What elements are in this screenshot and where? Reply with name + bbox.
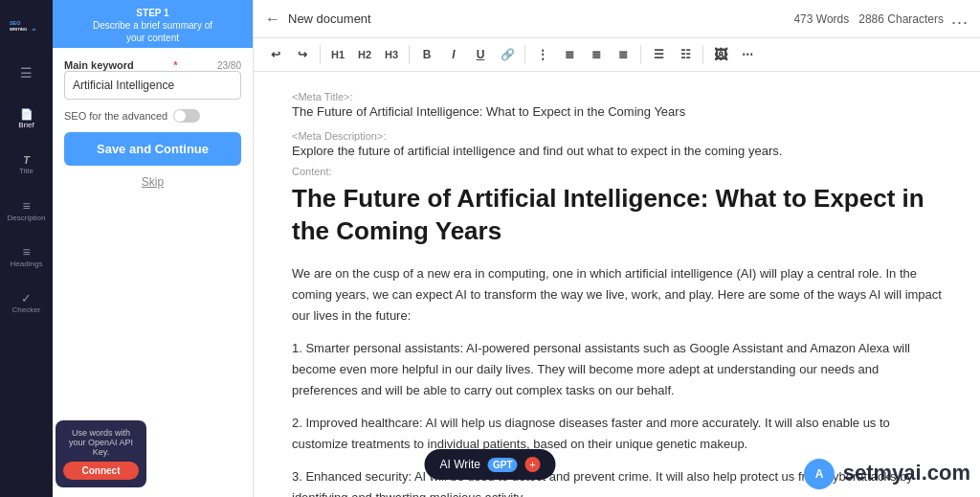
step-description-title: Describe a brief summary of — [62, 20, 243, 31]
char-counter: 23/80 — [217, 60, 241, 71]
headings-icon: ≡ — [22, 245, 30, 259]
meta-title-label: <Meta Title>: — [292, 91, 942, 102]
ai-write-badge: GPT — [488, 458, 518, 472]
align-left-button[interactable]: ⋮ — [530, 42, 555, 67]
skip-link[interactable]: Skip — [64, 175, 241, 189]
undo-button[interactable]: ↩ — [263, 42, 288, 67]
step-header: STEP 1 Describe a brief summary of your … — [53, 0, 253, 48]
align-right-button[interactable]: ≣ — [584, 42, 609, 67]
required-indicator: * — [173, 59, 177, 71]
sidebar-brief-label: Brief — [18, 122, 33, 129]
svg-text:SEO: SEO — [10, 20, 20, 26]
connect-box: Use words with your OpenAI API Key. Conn… — [56, 420, 146, 487]
more-toolbar-button[interactable]: ⋯ — [735, 42, 760, 67]
sidebar-item-description[interactable]: ≡ Description — [6, 190, 48, 232]
connect-box-text: Use words with your OpenAI API Key. — [69, 428, 133, 457]
sidebar-item-headings[interactable]: ≡ Headings — [6, 236, 48, 278]
meta-description-text: Explore the future of artificial intelli… — [292, 144, 942, 158]
seo-advanced-toggle[interactable] — [173, 109, 200, 123]
list-ul-button[interactable]: ☰ — [646, 42, 671, 67]
article-paragraph-1: We are on the cusp of a new era in compu… — [292, 263, 942, 327]
content-label: Content: — [292, 166, 942, 177]
top-bar-left: ← New document — [265, 11, 371, 28]
underline-button[interactable]: U — [468, 42, 493, 67]
top-bar: ← New document 473 Words 2886 Characters… — [254, 0, 980, 38]
seo-advanced-row: SEO for the advanced — [64, 109, 241, 123]
sidebar-checker-label: Checker — [12, 306, 41, 314]
brief-icon: 📄 — [20, 109, 33, 120]
sidebar-item-title[interactable]: T Title — [6, 144, 48, 186]
toolbar-divider-1 — [320, 45, 321, 64]
document-title: New document — [288, 11, 371, 26]
article-paragraph-3: 2. Improved healthcare: AI will help us … — [292, 413, 942, 455]
checker-icon: ✓ — [21, 292, 32, 305]
toolbar-divider-3 — [524, 45, 525, 64]
step-number: STEP 1 — [62, 8, 243, 18]
sidebar-headings-label: Headings — [11, 260, 43, 268]
word-count-display: 473 Words 2886 Characters — [793, 12, 944, 26]
align-center-button[interactable]: ≣ — [557, 42, 582, 67]
hamburger-icon: ☰ — [20, 66, 33, 79]
link-button[interactable]: 🔗 — [495, 42, 520, 67]
sidebar-menu-icon[interactable]: ☰ — [6, 52, 48, 94]
keyword-label: Main keyword — [64, 59, 134, 71]
top-bar-right: 473 Words 2886 Characters ... — [793, 9, 969, 29]
keyword-field-group: Main keyword * 23/80 — [64, 59, 241, 100]
sidebar-item-brief[interactable]: 📄 Brief — [6, 98, 48, 140]
italic-button[interactable]: I — [441, 42, 466, 67]
ai-write-plus-icon: + — [525, 457, 541, 472]
meta-title-text: The Future of Artificial Intelligence: W… — [292, 104, 942, 119]
h3-button[interactable]: H3 — [379, 42, 404, 67]
image-button[interactable]: 🖼 — [708, 42, 733, 67]
svg-text:.ai: .ai — [31, 27, 35, 32]
sidebar-description-label: Description — [7, 215, 45, 222]
h1-button[interactable]: H1 — [325, 42, 350, 67]
article-paragraph-2: 1. Smarter personal assistants: AI-power… — [292, 338, 942, 401]
svg-text:WRITING: WRITING — [10, 27, 27, 32]
save-continue-button[interactable]: Save and Continue — [64, 132, 241, 166]
keyword-label-row: Main keyword * 23/80 — [64, 59, 241, 71]
avatar: A — [804, 459, 835, 489]
title-icon: T — [23, 155, 30, 166]
main-sidebar: SEO WRITING .ai ☰ 📄 Brief T Title ≡ Desc… — [0, 0, 53, 497]
main-keyword-input[interactable] — [64, 71, 241, 100]
ai-write-button[interactable]: AI Write GPT + — [424, 449, 555, 480]
article-title: The Future of Artificial Intelligence: W… — [292, 183, 942, 248]
more-options-button[interactable]: ... — [951, 9, 969, 29]
bold-button[interactable]: B — [414, 42, 439, 67]
editor-toolbar: ↩ ↪ H1 H2 H3 B I U 🔗 ⋮ ≣ ≣ ≣ ☰ ☷ 🖼 ⋯ — [254, 38, 980, 72]
step-description-sub: your content — [62, 33, 243, 43]
connect-button[interactable]: Connect — [63, 462, 139, 480]
editor-content[interactable]: <Meta Title>: The Future of Artificial I… — [254, 72, 980, 497]
sidebar-item-checker[interactable]: ✓ Checker — [6, 282, 48, 324]
back-arrow-icon[interactable]: ← — [265, 11, 280, 28]
toolbar-divider-2 — [409, 45, 410, 64]
redo-button[interactable]: ↪ — [290, 42, 315, 67]
meta-description-label: <Meta Description>: — [292, 130, 942, 142]
h2-button[interactable]: H2 — [352, 42, 377, 67]
ai-write-bar: AI Write GPT + — [424, 449, 555, 480]
watermark: setmyai.com — [843, 461, 970, 486]
editor-wrapper: ← New document 473 Words 2886 Characters… — [254, 0, 980, 497]
seo-advanced-label: SEO for the advanced — [64, 110, 167, 122]
app-logo: SEO WRITING .ai — [8, 10, 46, 40]
toolbar-divider-4 — [640, 45, 641, 64]
toolbar-divider-5 — [702, 45, 703, 64]
sidebar-title-label: Title — [19, 168, 33, 175]
justify-button[interactable]: ≣ — [611, 42, 635, 67]
description-icon: ≡ — [22, 199, 30, 213]
ai-write-label: AI Write — [439, 458, 479, 471]
list-ol-button[interactable]: ☷ — [673, 42, 698, 67]
